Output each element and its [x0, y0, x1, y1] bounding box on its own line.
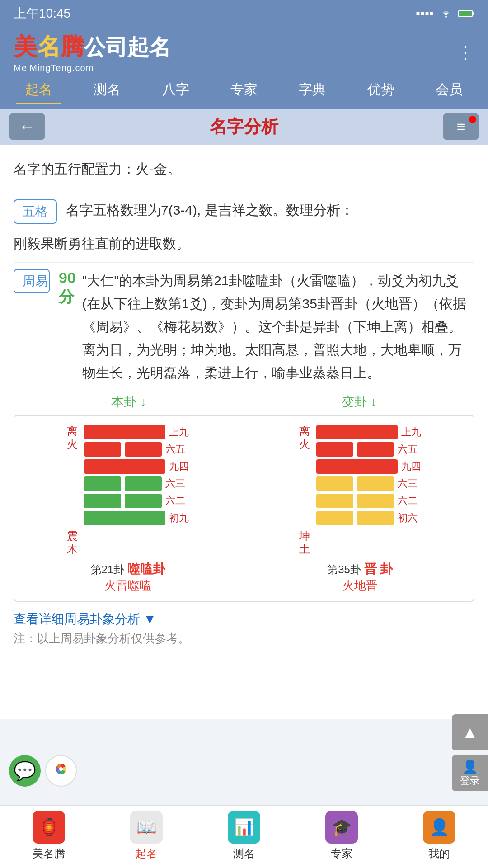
main-content: 名字的五行配置力：火-金。 五格 名字五格数理为7(3-4), 是吉祥之数。数理…: [0, 145, 488, 719]
meimingteng-label: 美名腾: [33, 846, 65, 861]
hex-line-row: 六五: [84, 442, 189, 457]
app-header: 美名腾公司起名 MeiMingTeng.com ⋮: [0, 27, 488, 77]
cename-icon: 📊: [228, 811, 260, 844]
status-bar: 上午10:45 ▪▪▪▪: [0, 0, 488, 27]
nav-tabs: 起名 测名 八字 专家 字典 优势 会员: [0, 77, 488, 108]
hex-line: [125, 442, 162, 457]
back-button[interactable]: ←: [9, 113, 45, 140]
bottom-nav-qiming[interactable]: 📖 起名: [130, 811, 163, 861]
hex-right-title: 第35卦 晋 卦 火地晋: [327, 561, 393, 594]
wifi-icon: [439, 6, 453, 21]
notification-dot: [469, 116, 476, 123]
logo-text: 美名腾公司起名: [14, 31, 171, 63]
wode-label: 我的: [428, 846, 450, 861]
scroll-top-button[interactable]: ▲: [452, 714, 488, 750]
login-label: 登录: [460, 774, 480, 788]
wuxing-desc: 名字的五行配置力：火-金。: [14, 158, 474, 180]
page-title: 名字分析: [210, 115, 278, 138]
hex-left-inner: 离 火 震 木 上九: [67, 425, 189, 556]
hex-line: [316, 459, 398, 474]
bottom-nav-wode[interactable]: 👤 我的: [423, 811, 455, 861]
nav-tab-cename[interactable]: 测名: [84, 77, 130, 104]
hex-line: [316, 442, 353, 457]
hamburger-icon: ≡: [457, 118, 465, 135]
hex-left-bottom-label: 震 木: [67, 530, 78, 556]
hex-left-title: 第21卦 噬嗑卦 火雷噬嗑: [91, 561, 165, 594]
diagrams-row: 离 火 震 木 上九: [14, 415, 474, 602]
back-bar: ← 名字分析 ≡: [0, 108, 488, 145]
hex-line: [316, 476, 353, 491]
wuxing-section: 名字的五行配置力：火-金。: [14, 154, 474, 184]
hex-line: [357, 511, 394, 525]
hex-line: [84, 425, 165, 439]
hex-line: [357, 476, 394, 491]
zhuanjia-icon: 🎓: [325, 811, 358, 844]
zhuanjia-label: 专家: [331, 846, 352, 861]
hex-line: [316, 425, 398, 439]
header-menu-icon[interactable]: ⋮: [456, 42, 474, 62]
hex-line-row: 九四: [84, 459, 189, 474]
hex-right-inner: 离 火 坤 土 上九: [299, 425, 421, 556]
diagram-left: 离 火 震 木 上九: [14, 416, 242, 601]
hex-line: [316, 494, 353, 508]
nav-tab-zhuanjia[interactable]: 专家: [221, 77, 267, 104]
wuge-tag: 五格: [14, 199, 57, 224]
detail-link[interactable]: 查看详细周易卦象分析 ▼: [14, 611, 474, 628]
hex-line-row: 初九: [84, 511, 189, 525]
status-icons: ▪▪▪▪: [416, 6, 474, 21]
hex-line: [84, 476, 121, 491]
diagram-label-left: 本卦 ↓: [23, 393, 235, 410]
wuge-desc2: 刚毅果断勇往直前的进取数。: [14, 232, 474, 255]
diagram-right: 离 火 坤 土 上九: [247, 416, 474, 601]
zhouyi-score: 90分: [59, 269, 76, 307]
hex-line-row: 六二: [316, 494, 421, 508]
diagram-label-right: 变卦 ↓: [253, 393, 465, 410]
hex-line: [84, 442, 121, 457]
qiming-icon: 📖: [130, 811, 163, 844]
svg-rect-2: [460, 11, 471, 16]
hex-line: [84, 511, 165, 525]
svg-rect-3: [473, 12, 474, 15]
back-arrow-icon: ←: [19, 117, 35, 136]
bottom-nav: 🏮 美名腾 📖 起名 📊 测名 🎓 专家 👤 我的: [0, 805, 488, 868]
diagram-labels: 本卦 ↓ 变卦 ↓: [14, 393, 474, 410]
camera-button[interactable]: [45, 755, 77, 787]
nav-tab-qiming[interactable]: 起名: [16, 77, 61, 104]
hex-line: [316, 511, 353, 525]
user-icon: 👤: [462, 759, 478, 774]
hex-line-row: 上九: [316, 425, 421, 439]
wuge-desc: 名字五格数理为7(3-4), 是吉祥之数。数理分析：: [66, 199, 474, 221]
hex-line-row: 九四: [316, 459, 421, 474]
logo: 美名腾公司起名 MeiMingTeng.com: [14, 31, 171, 73]
cename-label: 测名: [233, 846, 255, 861]
bottom-nav-zhuanjia[interactable]: 🎓 专家: [325, 811, 358, 861]
nav-tab-zidian[interactable]: 字典: [290, 77, 335, 104]
zhouyi-section: 周易 90分 "大仁"的本卦为周易第21卦噬嗑卦（火雷噬嗑），动爻为初九爻(在从…: [14, 269, 474, 384]
battery-icon: [458, 6, 474, 21]
nav-tab-bazi[interactable]: 八字: [153, 77, 198, 104]
hex-line-row: 六三: [84, 476, 189, 491]
wechat-button[interactable]: 💬: [9, 755, 41, 787]
hex-line-row: 六二: [84, 494, 189, 508]
hex-line: [84, 494, 121, 508]
wode-icon: 👤: [423, 811, 455, 844]
hex-line-row: 初六: [316, 511, 421, 525]
meimingteng-icon: 🏮: [33, 811, 65, 844]
hex-right-top-label: 离 火: [299, 425, 310, 451]
hex-line-row: 上九: [84, 425, 189, 439]
arrow-up-icon: ▲: [462, 723, 478, 742]
bottom-nav-meimingteng[interactable]: 🏮 美名腾: [33, 811, 65, 861]
menu-button[interactable]: ≡: [443, 113, 479, 140]
hex-right-bottom-label: 坤 土: [299, 530, 310, 556]
hex-line: [125, 494, 162, 508]
logo-url: MeiMingTeng.com: [14, 63, 171, 73]
qiming-label: 起名: [136, 846, 157, 861]
hex-line: [357, 442, 394, 457]
bottom-nav-cename[interactable]: 📊 测名: [228, 811, 260, 861]
nav-tab-youshi[interactable]: 优势: [358, 77, 404, 104]
login-button[interactable]: 👤 登录: [452, 755, 488, 791]
nav-tab-huiyuan[interactable]: 会员: [427, 77, 472, 104]
hex-line: [125, 476, 162, 491]
wuge-section: 五格 名字五格数理为7(3-4), 是吉祥之数。数理分析：: [14, 199, 474, 224]
zhouyi-content: "大仁"的本卦为周易第21卦噬嗑卦（火雷噬嗑），动爻为初九爻(在从下往上数第1爻…: [82, 269, 474, 384]
